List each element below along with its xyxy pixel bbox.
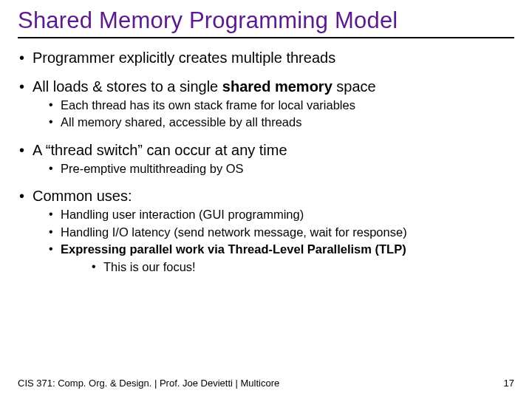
slide-title: Shared Memory Programming Model [18, 7, 514, 35]
bullet-2-sub1-text: Each thread has its own stack frame for … [61, 98, 355, 112]
bullet-2: All loads & stores to a single shared me… [18, 78, 514, 131]
bullet-list: Programmer explicitly creates multiple t… [18, 49, 514, 275]
bullet-2-sub2-text: All memory shared, accessible by all thr… [61, 115, 301, 129]
bullet-4-sub1: Handling user interaction (GUI programmi… [33, 207, 514, 222]
bullet-2-sublist: Each thread has its own stack frame for … [33, 98, 514, 131]
bullet-4-sub3-text: Expressing parallel work via Thread-Leve… [61, 242, 406, 256]
bullet-4-sub3-sub1-text: This is our focus! [103, 260, 196, 273]
title-rule [18, 37, 514, 38]
bullet-4-sub2: Handling I/O latency (send network messa… [33, 225, 514, 240]
bullet-4-sub3: Expressing parallel work via Thread-Leve… [33, 242, 514, 275]
bullet-4-sub3-sub1: This is our focus! [61, 259, 514, 275]
bullet-3-sub1: Pre-emptive multithreading by OS [33, 161, 514, 177]
bullet-3-sublist: Pre-emptive multithreading by OS [33, 161, 514, 177]
bullet-2-pre: All loads & stores to a single [33, 78, 222, 95]
slide: Shared Memory Programming Model Programm… [0, 0, 532, 399]
bullet-1: Programmer explicitly creates multiple t… [18, 49, 514, 67]
bullet-2-sub1: Each thread has its own stack frame for … [33, 98, 514, 113]
bullet-2-sub2: All memory shared, accessible by all thr… [33, 115, 514, 130]
bullet-2-post: space [332, 78, 376, 95]
bullet-3: A “thread switch” can occur at any time … [18, 141, 514, 177]
bullet-3-sub1-text: Pre-emptive multithreading by OS [61, 162, 244, 175]
bullet-4: Common uses: Handling user interaction (… [18, 187, 514, 275]
bullet-1-text: Programmer explicitly creates multiple t… [33, 50, 335, 66]
bullet-4-sub2-text: Handling I/O latency (send network messa… [61, 225, 407, 239]
bullet-4-sub3-sublist: This is our focus! [61, 259, 514, 275]
bullet-3-text: A “thread switch” can occur at any time [33, 142, 287, 158]
footer-left: CIS 371: Comp. Org. & Design. | Prof. Jo… [18, 378, 279, 389]
footer: CIS 371: Comp. Org. & Design. | Prof. Jo… [18, 378, 514, 389]
bullet-2-bold: shared memory [222, 78, 332, 95]
bullet-4-sub1-text: Handling user interaction (GUI programmi… [61, 208, 304, 221]
bullet-4-text: Common uses: [33, 188, 132, 204]
page-number: 17 [504, 378, 514, 389]
bullet-4-sublist: Handling user interaction (GUI programmi… [33, 207, 514, 275]
